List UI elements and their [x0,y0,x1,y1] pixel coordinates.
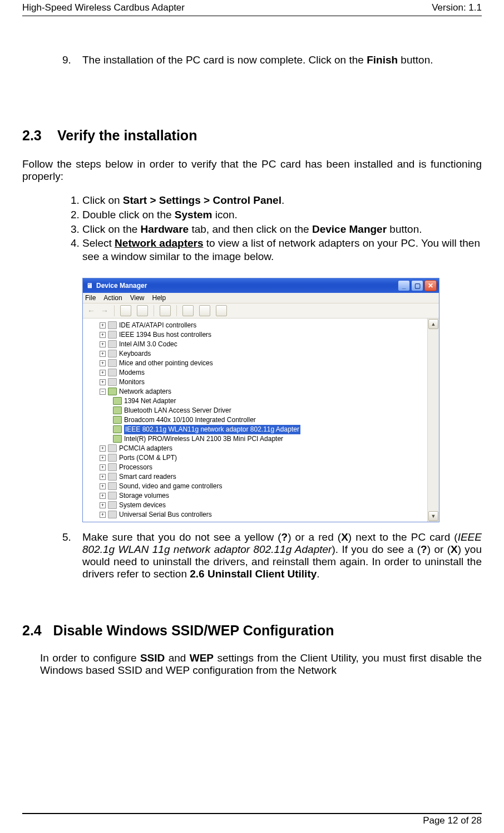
page-number: Page 12 of 28 [423,815,482,826]
scroll-up-icon[interactable]: ▲ [428,319,438,329]
tree-node[interactable]: +IDE ATA/ATAPI controllers [85,321,426,330]
step-1: Click on Start > Settings > Control Pane… [82,194,482,207]
section-2-3-number: 2.3 [22,128,53,144]
expand-icon[interactable]: + [100,379,106,385]
back-icon[interactable]: ← [87,306,95,315]
tree-subnode[interactable]: Broadcom 440x 10/100 Integrated Controll… [85,415,426,425]
x-bold-2: X [451,543,458,555]
step-1-post: . [281,194,284,206]
tree-node[interactable]: +PCMCIA adapters [85,444,426,453]
ssid-bold: SSID [140,652,165,664]
device-icon [108,359,117,367]
device-manager-window: 🖥 Device Manager _ ▢ ✕ File Action View … [82,278,439,522]
expand-icon[interactable]: + [100,360,106,366]
minimize-button[interactable]: _ [398,280,410,291]
device-icon [108,473,117,481]
tree-node[interactable]: −Network adapters [85,387,426,396]
forward-icon[interactable]: → [101,306,108,315]
wep-bold: WEP [190,652,214,664]
tree-subnode-selected[interactable]: IEEE 802.11g WLAN11g network adaptor 802… [85,425,426,434]
node-label: Universal Serial Bus controllers [119,510,212,520]
expand-icon[interactable]: + [100,351,106,357]
collapse-icon[interactable]: − [100,389,106,395]
step-5-text: Make sure that you do not see a yellow (… [82,531,482,580]
device-icon [108,482,117,490]
toolbar-button-3[interactable] [160,305,171,316]
toolbar-divider [176,305,177,316]
tree-node[interactable]: +Mice and other pointing devices [85,359,426,368]
step-4-pre: Select [82,237,115,249]
t: ) or a red ( [288,531,341,543]
t: ). If you do see a ( [332,543,421,555]
expand-icon[interactable]: + [100,445,106,452]
tree-node[interactable]: +Monitors [85,378,426,387]
step-3-b2: Device Manger [312,223,387,235]
expand-icon[interactable]: + [100,370,106,376]
step-9-number: 9. [62,54,82,66]
scrollbar[interactable]: ▲ ▼ [427,318,439,522]
node-label: Mice and other pointing devices [119,359,213,368]
tree-node[interactable]: +System devices [85,501,426,510]
menu-help[interactable]: Help [152,294,166,302]
tree-node[interactable]: +Modems [85,368,426,378]
expand-icon[interactable]: + [100,493,106,499]
menu-view[interactable]: View [130,294,145,302]
tree-subnode[interactable]: Intel(R) PRO/Wireless LAN 2100 3B Mini P… [85,434,426,444]
toolbar-button-6[interactable] [216,305,227,316]
expand-icon[interactable]: + [100,474,106,480]
maximize-button[interactable]: ▢ [411,280,423,291]
expand-icon[interactable]: + [100,455,106,461]
section-2-3-intro: Follow the steps below in order to verif… [22,158,482,183]
node-label: Monitors [119,378,145,387]
tree-node[interactable]: +IEEE 1394 Bus host controllers [85,330,426,340]
node-label: Sound, video and game controllers [119,482,222,491]
step-3-b1: Hardware [141,223,189,235]
step-9-post: button. [398,54,433,66]
toolbar-button-2[interactable] [137,305,148,316]
step-2: Double click on the System icon. [82,208,482,222]
menu-action[interactable]: Action [103,294,122,302]
step-9-bold: Finish [367,54,398,66]
device-icon [108,321,117,329]
tree-subnode[interactable]: 1394 Net Adapter [85,396,426,406]
toolbar-button-4[interactable] [182,305,194,316]
expand-icon[interactable]: + [100,464,106,471]
step-3: Click on the Hardware tab, and then clic… [82,223,482,236]
network-adapters-icon [108,388,117,395]
toolbar-divider [114,305,115,316]
node-label: Bluetooth LAN Access Server Driver [124,406,231,415]
tree-node[interactable]: +Processors [85,463,426,472]
node-label: Broadcom 440x 10/100 Integrated Controll… [124,415,256,425]
step-3-post: button. [387,223,422,235]
question-mark-bold: ? [281,531,288,543]
toolbar-divider [154,305,154,316]
expand-icon[interactable]: + [100,502,106,508]
tree-subnode[interactable]: Bluetooth LAN Access Server Driver [85,406,426,415]
device-icon [108,369,117,376]
expand-icon[interactable]: + [100,341,106,347]
scroll-down-icon[interactable]: ▼ [428,511,438,521]
tree-node[interactable]: +Sound, video and game controllers [85,482,426,491]
expand-icon[interactable]: + [100,483,106,489]
tree-node[interactable]: +Keyboards [85,349,426,359]
tree-node[interactable]: +Smart card readers [85,472,426,482]
question-mark-bold-2: ? [421,543,427,555]
step-9-pre: The installation of the PC card is now c… [82,54,367,66]
device-tree[interactable]: +IDE ATA/ATAPI controllers +IEEE 1394 Bu… [83,318,427,522]
tree-node[interactable]: +Ports (COM & LPT) [85,453,426,463]
titlebar[interactable]: 🖥 Device Manager _ ▢ ✕ [83,278,439,293]
section-2-4-title: Disable Windows SSID/WEP Configuration [53,623,334,638]
device-icon [108,340,117,348]
expand-icon[interactable]: + [100,332,106,338]
tree-node[interactable]: +Storage volumes [85,491,426,501]
menu-file[interactable]: File [85,294,96,302]
step-4-bold: Network adapters [115,237,203,249]
nic-icon [113,435,122,443]
toolbar-button-1[interactable] [120,305,131,316]
expand-icon[interactable]: + [100,322,106,329]
expand-icon[interactable]: + [100,512,106,518]
tree-node[interactable]: +Intel AIM 3.0 Codec [85,340,426,349]
tree-node[interactable]: +Universal Serial Bus controllers [85,510,426,520]
toolbar-button-5[interactable] [199,305,210,316]
close-button[interactable]: ✕ [424,280,437,291]
